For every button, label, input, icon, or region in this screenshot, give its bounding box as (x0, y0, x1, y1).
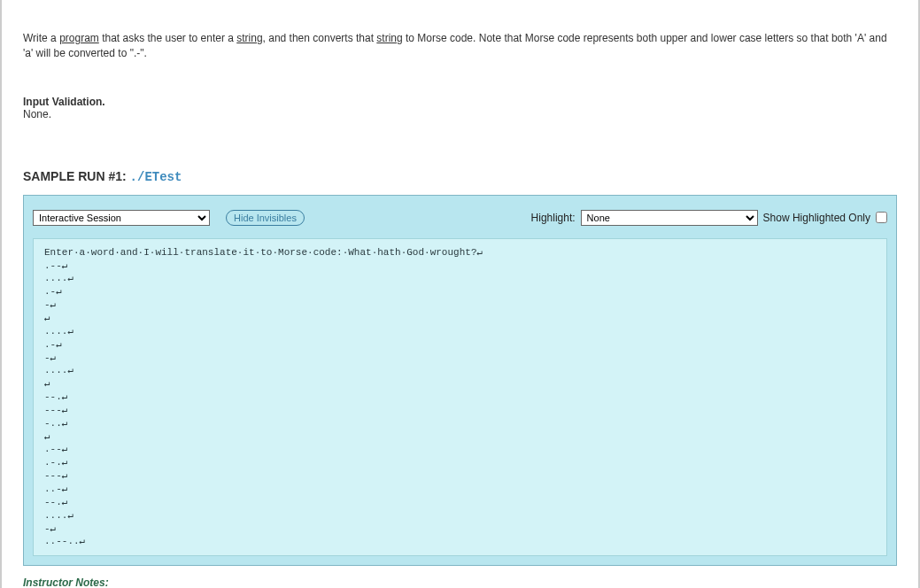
link-string-2[interactable]: string (376, 32, 402, 44)
sample-run-command: ./ETest (130, 170, 182, 184)
highlight-select[interactable]: None (581, 210, 758, 226)
session-select[interactable]: Interactive Session (33, 210, 210, 226)
toolbar-right: Highlight: None Show Highlighted Only (531, 210, 887, 226)
link-program[interactable]: program (59, 32, 99, 44)
highlight-label: Highlight: (531, 212, 576, 224)
page-container: Write a program that asks the user to en… (0, 0, 920, 588)
text-segment: , and then converts that (263, 32, 377, 44)
terminal-toolbar: Interactive Session Hide Invisibles High… (33, 205, 887, 238)
show-highlighted-label: Show Highlighted Only (763, 212, 870, 224)
terminal-panel: Interactive Session Hide Invisibles High… (23, 195, 897, 566)
text-segment: that asks the user to enter a (99, 32, 236, 44)
input-validation-heading: Input Validation. (23, 96, 897, 108)
show-highlighted-checkbox[interactable] (876, 212, 887, 223)
hide-invisibles-button[interactable]: Hide Invisibles (226, 210, 305, 226)
sample-run-label: SAMPLE RUN #1: (23, 169, 130, 183)
input-validation-body: None. (23, 108, 897, 120)
terminal-output: Enter·a·word·and·I·will·translate·it·to·… (33, 238, 887, 556)
problem-description: Write a program that asks the user to en… (23, 31, 897, 62)
instructor-notes-heading: Instructor Notes: (23, 576, 897, 588)
link-string-1[interactable]: string (236, 32, 262, 44)
sample-run-header: SAMPLE RUN #1: ./ETest (23, 169, 897, 184)
text-segment: Write a (23, 32, 59, 44)
content-area: Write a program that asks the user to en… (9, 0, 911, 588)
